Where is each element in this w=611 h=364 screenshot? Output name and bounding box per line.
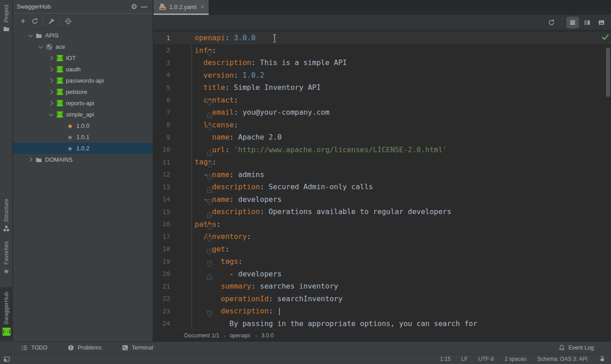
code-line[interactable]: 12 - name: admins xyxy=(154,168,611,181)
code-line[interactable]: 13 description: Secured Admin-only calls xyxy=(154,181,611,193)
status-widget[interactable]: LF xyxy=(462,356,468,362)
code-line[interactable]: 4 version: 1.0.2 xyxy=(154,69,611,82)
toolwindow-button-terminal[interactable]: Terminal xyxy=(121,344,153,351)
chevron-right-icon[interactable] xyxy=(48,66,56,73)
inspections-ok-icon[interactable] xyxy=(602,33,609,43)
ide-window: Project Structure Favorites ★ SwaggerHub… xyxy=(0,0,611,364)
gear-button[interactable]: ⚙ xyxy=(129,2,139,12)
lock-unlocked-icon[interactable] xyxy=(598,355,606,364)
tree-item-petstore[interactable]: {··} petstore xyxy=(13,86,153,98)
view-editor-only-button[interactable] xyxy=(566,17,579,28)
tree-item-1.0.0[interactable]: ★ 1.0.0 xyxy=(13,120,153,131)
code-line[interactable]: 24 By passing in the appropriate options… xyxy=(154,317,611,330)
code-line[interactable]: 15 description: Operations available to … xyxy=(154,205,611,218)
code-editor[interactable]: 1 openapi: 3.0.0 2 info: 3 description: … xyxy=(154,30,611,329)
settings-wrench-button[interactable] xyxy=(46,15,57,27)
code-line[interactable]: 10 url: 'http://www.apache.org/licenses/… xyxy=(154,144,611,156)
breadcrumb-item[interactable]: Document 1/1 xyxy=(184,332,219,339)
swagger-icon: {··} xyxy=(2,327,11,336)
fold-gutter xyxy=(170,32,195,44)
minimize-button[interactable]: — xyxy=(139,2,149,12)
editor-scrollbar[interactable] xyxy=(606,47,610,97)
code-line[interactable]: 23 description: | xyxy=(154,305,611,317)
tree-item-1.0.1[interactable]: ★ 1.0.1 xyxy=(13,131,153,143)
status-widget[interactable]: 2 spaces xyxy=(505,356,527,362)
locate-button[interactable] xyxy=(62,15,74,27)
code-line[interactable]: 9 name: Apache 2.0 xyxy=(154,131,611,144)
tool-window-header-actions: ⚙— xyxy=(129,2,149,12)
tree-item-apis[interactable]: APIS xyxy=(13,30,153,41)
view-editor-and-preview-button[interactable] xyxy=(581,17,593,28)
chevron-down-icon[interactable] xyxy=(28,32,35,39)
code-line[interactable]: 14 - name: developers xyxy=(154,193,611,206)
add-button[interactable]: + xyxy=(17,15,29,27)
code-line[interactable]: 7 email: you@your-company.com xyxy=(154,106,611,119)
toolbar-separator xyxy=(562,18,562,27)
toolbar-separator xyxy=(43,17,43,26)
stripe-item-project[interactable]: Project xyxy=(0,0,13,37)
code-line[interactable]: 19 tags: xyxy=(154,255,611,268)
toolwindow-button-todo[interactable]: TODO xyxy=(21,344,47,351)
tree-item-passwords-api[interactable]: {··} passwords-api xyxy=(13,75,153,86)
toolwindow-button-event-log[interactable]: Event Log xyxy=(558,344,594,351)
api-icon: {··} xyxy=(56,55,63,61)
plus-icon: + xyxy=(20,18,25,25)
fold-gutter xyxy=(170,106,195,119)
toolwindow-button-problems[interactable]: Problems xyxy=(67,344,102,351)
code-line[interactable]: 8 license: xyxy=(154,119,611,131)
code-line[interactable]: 2 info: xyxy=(154,44,611,57)
code-line[interactable]: 18 get: xyxy=(154,243,611,256)
refresh-button[interactable] xyxy=(29,15,41,27)
refresh-icon xyxy=(548,19,555,26)
tree-item-label: reports-api xyxy=(66,100,94,107)
tree-item-1.0.2[interactable]: ★ 1.0.2 xyxy=(13,143,153,154)
code-line[interactable]: 21 summary: searches inventory xyxy=(154,280,611,293)
status-widget[interactable]: 1:15 xyxy=(440,356,450,362)
code-line[interactable]: 20 - developers xyxy=(154,268,611,280)
code-line[interactable]: 17 /inventory: xyxy=(154,230,611,243)
stripe-top-group: Project xyxy=(0,0,12,37)
tree-item-iot[interactable]: {··} IOT xyxy=(13,52,153,64)
fold-gutter xyxy=(170,293,195,305)
stripe-item-favorites[interactable]: Favorites ★ xyxy=(0,237,13,280)
breadcrumb-item[interactable]: 3.0.0 xyxy=(261,332,274,339)
code-line[interactable]: 11 tags: xyxy=(154,156,611,168)
chevron-right-icon[interactable] xyxy=(48,89,56,96)
preview-refresh-button[interactable] xyxy=(545,17,558,28)
view-editor-icon xyxy=(569,19,576,26)
fold-gutter xyxy=(170,181,195,193)
code-line[interactable]: 3 description: This is a simple API xyxy=(154,56,611,69)
chevron-right-icon[interactable] xyxy=(48,100,56,107)
view-split-icon xyxy=(583,19,591,26)
close-icon[interactable]: × xyxy=(201,4,204,10)
toolwindow-button-label: Terminal xyxy=(132,345,153,351)
stripe-item-swaggerhub[interactable]: SwaggerHub {··} xyxy=(0,287,13,341)
breadcrumb-separator-icon: › xyxy=(224,332,225,339)
stripe-item-structure[interactable]: Structure xyxy=(0,194,13,237)
status-widget[interactable]: UTF-8 xyxy=(479,356,494,362)
fold-gutter xyxy=(170,317,195,330)
code-line[interactable]: 16 paths: xyxy=(154,218,611,231)
code-line[interactable]: 6 contact: xyxy=(154,94,611,107)
breadcrumb-item[interactable]: openapi: xyxy=(229,332,251,339)
code-line[interactable]: 5 title: Simple Inventory API xyxy=(154,81,611,94)
code-line[interactable]: 1 openapi: 3.0.0 xyxy=(154,32,611,44)
tree-item-reports-api[interactable]: {··} reports-api xyxy=(13,98,153,109)
code-text: license: xyxy=(195,121,238,129)
view-preview-only-button[interactable] xyxy=(595,17,608,28)
line-number: 3 xyxy=(154,59,170,66)
tree-item-domains[interactable]: DOMAINS xyxy=(13,154,153,165)
chevron-right-icon[interactable] xyxy=(48,77,56,84)
chevron-right-icon[interactable] xyxy=(48,55,56,62)
toolwindow-switcher-icon[interactable] xyxy=(3,355,10,364)
tree-item-oauth[interactable]: {··} oauth xyxy=(13,64,153,75)
status-widget[interactable]: Schema: OAS 3: API xyxy=(537,356,588,362)
code-line[interactable]: 22 operationId: searchInventory xyxy=(154,293,611,305)
tab-1.0.2.yaml[interactable]: YML 1.0.2.yaml × xyxy=(154,0,209,15)
chevron-down-icon[interactable] xyxy=(48,111,56,118)
chevron-right-icon[interactable] xyxy=(28,156,35,163)
tree-item-simple_api[interactable]: {··} simple_api xyxy=(13,109,153,120)
chevron-down-icon[interactable] xyxy=(38,43,45,51)
tree-item-ace[interactable]: ace xyxy=(13,41,153,52)
line-number: 18 xyxy=(154,245,170,252)
